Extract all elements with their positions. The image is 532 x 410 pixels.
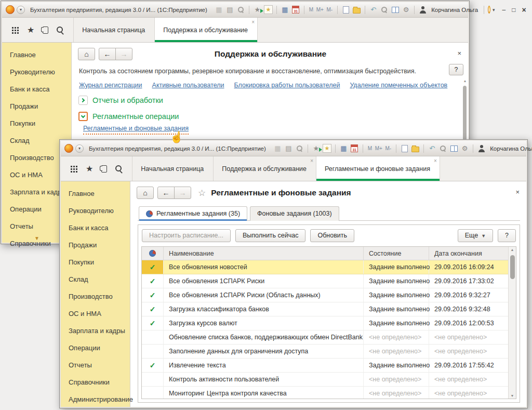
favorites-star-icon[interactable]: ★ xyxy=(86,165,93,173)
history-back-icon[interactable]: ↶ xyxy=(428,144,436,153)
configure-schedule-button[interactable]: Настроить расписание... xyxy=(142,229,231,242)
section-toggle-button[interactable] xyxy=(78,96,88,105)
print-preview-icon[interactable] xyxy=(295,144,304,153)
calculator-icon[interactable]: ▦ xyxy=(281,5,289,14)
calendar-icon[interactable] xyxy=(350,144,359,153)
name-column-header[interactable]: Наименование xyxy=(164,247,364,260)
forward-button[interactable]: → xyxy=(115,48,132,60)
forward-button[interactable]: → xyxy=(174,187,191,199)
current-user-name[interactable]: Корчагина Ольга xyxy=(490,146,532,152)
memory-buttons[interactable]: M M+ M- xyxy=(308,7,334,12)
open-file-icon[interactable] xyxy=(411,144,420,153)
scroll-up-icon[interactable]: ▲ xyxy=(462,79,468,83)
command-link[interactable]: Удаление помеченных объектов xyxy=(350,82,447,89)
print-icon[interactable]: ▤ xyxy=(225,5,234,14)
calculator-icon[interactable]: ▦ xyxy=(339,144,348,153)
info-icon[interactable]: i xyxy=(488,6,490,14)
command-link[interactable]: Активные пользователи xyxy=(152,82,224,89)
memory-buttons[interactable]: M M+ M- xyxy=(367,146,392,151)
sidebar-item[interactable]: Операции xyxy=(61,339,130,356)
history-icon[interactable] xyxy=(101,165,107,173)
memory-m-minus[interactable]: M- xyxy=(326,7,332,12)
sections-menu-icon[interactable] xyxy=(11,27,19,34)
sidebar-item[interactable]: Главное xyxy=(61,185,130,202)
new-document-icon[interactable] xyxy=(400,144,409,153)
sidebar-item[interactable]: Покупки xyxy=(61,254,130,271)
search-icon[interactable] xyxy=(115,165,123,173)
sidebar-item[interactable]: Покупки xyxy=(2,115,71,132)
global-search-icon[interactable] xyxy=(438,144,447,153)
global-search-icon[interactable] xyxy=(380,5,389,14)
favorites-star-icon[interactable]: ★ xyxy=(27,26,34,34)
form-close-icon[interactable]: × xyxy=(515,188,520,196)
open-file-icon[interactable] xyxy=(352,5,361,14)
sidebar-item[interactable]: Банк и касса xyxy=(2,81,71,98)
sidebar-item[interactable]: Руководителю xyxy=(2,63,71,81)
close-button[interactable]: × xyxy=(522,6,526,14)
help-button[interactable]: ? xyxy=(449,64,463,75)
sidebar-item[interactable]: Главное xyxy=(2,46,71,63)
history-back-icon[interactable]: ↶ xyxy=(369,5,378,14)
memory-m-minus[interactable]: M- xyxy=(385,146,391,151)
sidebar-item[interactable]: Справочники xyxy=(61,374,130,391)
current-user-name[interactable]: Корчагина Ольга xyxy=(431,7,478,13)
section-label[interactable]: Регламентные операции xyxy=(92,112,179,121)
refresh-button[interactable]: Обновить xyxy=(310,229,354,242)
info-chevron-icon[interactable]: ▾ xyxy=(493,7,495,12)
tab-close-icon[interactable]: × xyxy=(251,19,255,25)
save-icon[interactable]: ▦ xyxy=(273,144,282,153)
titlebar[interactable]: ▾ Бухгалтерия предприятия, редакция 3.0 … xyxy=(61,141,526,156)
print-icon[interactable]: ▤ xyxy=(284,144,293,153)
status-icon-column-header[interactable] xyxy=(142,247,164,260)
table-row[interactable]: Обновление списка банков, поддерживающих… xyxy=(142,330,508,345)
section-toggle-button[interactable] xyxy=(78,112,88,121)
more-button[interactable]: Еще▼ xyxy=(458,229,493,242)
home-button[interactable]: ⌂ xyxy=(78,48,95,60)
sidebar-item[interactable]: Склад xyxy=(61,271,130,288)
help-button[interactable]: ? xyxy=(498,229,516,242)
command-link[interactable]: Блокировка работы пользователей xyxy=(234,82,340,89)
app-tab[interactable]: Начальная страница xyxy=(74,18,155,42)
table-row[interactable]: ✓ Извлечение текста Задание выполнено 29… xyxy=(142,359,508,373)
sidebar-item[interactable]: Руководителю xyxy=(61,202,130,219)
save-icon[interactable]: ▦ xyxy=(215,5,223,14)
favorites-icon[interactable]: ★ xyxy=(264,5,273,14)
sidebar-item[interactable]: Зарплата и кадры xyxy=(61,322,130,339)
add-to-favorites-icon[interactable]: ★ xyxy=(312,144,321,153)
memory-m[interactable]: M xyxy=(309,7,313,12)
table-row[interactable]: Заполнение данных для ограничения доступ… xyxy=(142,345,508,359)
run-now-button[interactable]: Выполнить сейчас xyxy=(235,229,306,242)
memory-m-plus[interactable]: M+ xyxy=(316,7,324,12)
split-window-icon[interactable] xyxy=(391,5,400,14)
table-row[interactable]: ✓ Все обновления новостей Задание выполн… xyxy=(142,260,508,274)
sidebar-item[interactable]: Продажи xyxy=(61,236,130,254)
split-window-icon[interactable] xyxy=(449,144,458,153)
sidebar-item[interactable]: Администрирование xyxy=(61,391,130,408)
section-label[interactable]: Отчеты и обработки xyxy=(92,96,163,104)
state-column-header[interactable]: Состояние xyxy=(364,247,429,260)
home-button[interactable]: ⌂ xyxy=(137,187,154,199)
app-tab[interactable]: Поддержка и обслуживание × xyxy=(214,156,316,181)
app-tab[interactable]: Регламентные и фоновые задания × xyxy=(316,156,440,181)
new-document-icon[interactable] xyxy=(341,5,350,14)
add-to-favorites-icon[interactable]: ★ xyxy=(253,5,262,14)
form-close-icon[interactable]: × xyxy=(457,49,461,57)
app-tab[interactable]: Начальная страница xyxy=(132,156,214,181)
sections-menu-icon[interactable] xyxy=(70,165,77,173)
table-row[interactable]: ✓ Загрузка курсов валют Задание выполнен… xyxy=(142,316,508,330)
calendar-icon[interactable] xyxy=(291,5,300,14)
print-preview-icon[interactable] xyxy=(236,5,245,14)
table-row[interactable]: ✓ Загрузка классификатора банков Задание… xyxy=(142,302,508,316)
table-row[interactable]: ✓ Все обновления 1СПАРК Риски (Область д… xyxy=(142,288,508,302)
memory-m[interactable]: M xyxy=(368,146,372,151)
command-link[interactable]: Журнал регистрации xyxy=(79,82,142,89)
scroll-up-icon[interactable]: ▲ xyxy=(509,248,516,252)
service-settings-icon[interactable]: ⚙ xyxy=(460,144,469,153)
main-menu-chevron-icon[interactable]: ▾ xyxy=(75,144,84,153)
app-tab[interactable]: Поддержка и обслуживание × xyxy=(155,18,258,42)
main-menu-chevron-icon[interactable]: ▾ xyxy=(17,6,25,14)
minimize-button[interactable]: – xyxy=(502,7,506,13)
titlebar[interactable]: ▾ Бухгалтерия предприятия, редакция 3.0 … xyxy=(2,2,468,18)
sidebar-item[interactable]: Отчеты xyxy=(61,356,130,374)
table-scrollbar[interactable]: ▲ ▼ xyxy=(508,247,516,399)
